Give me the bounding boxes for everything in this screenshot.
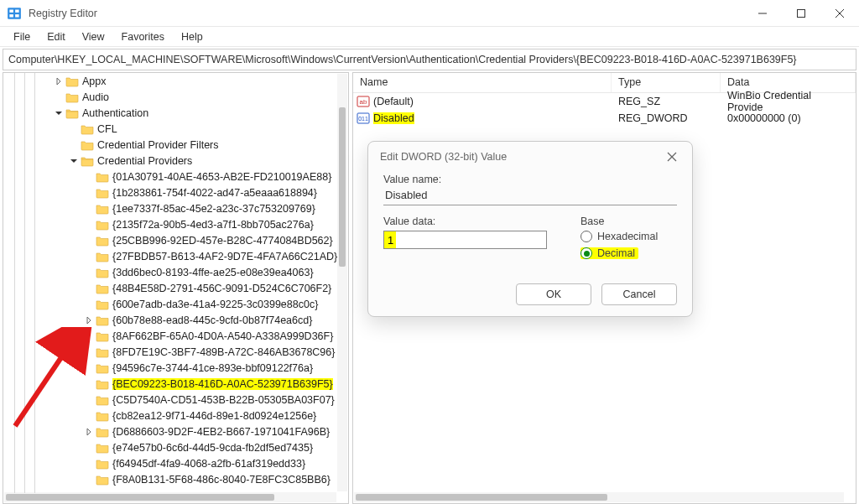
value-data: 0x00000000 (0)	[721, 112, 856, 124]
cancel-button[interactable]: Cancel	[601, 283, 677, 305]
folder-icon	[96, 282, 109, 295]
tree-item[interactable]: CFL	[3, 121, 348, 137]
tree-item[interactable]: Audio	[3, 89, 348, 105]
ok-button[interactable]: OK	[516, 283, 591, 305]
folder-icon	[96, 377, 109, 391]
tree-item-label: Appx	[82, 75, 107, 87]
tree-item-label: {94596c7e-3744-41ce-893e-bbf09122f76a}	[112, 362, 313, 374]
base-label: Base	[580, 216, 677, 227]
tree-item-label: {e74e57b0-6c6d-44d5-9cda-fb2df5ed7435}	[112, 442, 313, 454]
tree-item[interactable]: {8FD7E19C-3BF7-489B-A72C-846AB3678C96}	[3, 344, 348, 360]
dialog-close-button[interactable]	[664, 148, 680, 165]
tree-scrollbar-horizontal[interactable]	[4, 492, 336, 502]
menu-bar: File Edit View Favorites Help	[0, 27, 859, 47]
folder-icon	[65, 107, 79, 120]
tree-item-label: {C5D7540A-CD51-453B-B22B-05305BA03F07}	[112, 394, 335, 406]
folder-icon	[96, 170, 109, 184]
folder-icon	[65, 75, 79, 88]
tree-item[interactable]: Credential Provider Filters	[3, 137, 348, 153]
tree-item[interactable]: {e74e57b0-6c6d-44d5-9cda-fb2df5ed7435}	[3, 439, 348, 455]
tree-item-label: {25CBB996-92ED-457e-B28C-4774084BD562}	[112, 235, 333, 247]
tree-item-label: {48B4E58D-2791-456C-9091-D524C6C706F2}	[112, 283, 331, 294]
tree-item[interactable]: {f64945df-4fa9-4068-a2fb-61af319edd33}	[3, 455, 348, 471]
folder-icon	[96, 425, 109, 439]
minimize-button[interactable]	[743, 0, 782, 27]
value-row[interactable]: ab(Default)REG_SZWinBio Credential Provi…	[353, 93, 856, 110]
tree-item[interactable]: {25CBB996-92ED-457e-B28C-4774084BD562}	[3, 232, 348, 248]
tree-item-label: {1b283861-754f-4022-ad47-a5eaaa618894}	[112, 187, 317, 199]
address-bar[interactable]: Computer\HKEY_LOCAL_MACHINE\SOFTWARE\Mic…	[3, 49, 856, 70]
tree-item[interactable]: {2135f72a-90b5-4ed3-a7f1-8bb705ac276a}	[3, 216, 348, 232]
tree-item-label: {F8A0B131-5F68-486c-8040-7E8FC3C85BB6}	[112, 474, 331, 486]
folder-icon	[96, 409, 109, 423]
menu-help[interactable]: Help	[173, 29, 211, 45]
edit-dword-dialog: Edit DWORD (32-bit) Value Value name: Di…	[367, 141, 693, 317]
menu-favorites[interactable]: Favorites	[113, 29, 173, 45]
dialog-title: Edit DWORD (32-bit) Value	[380, 151, 664, 163]
value-data: WinBio Credential Provide	[721, 90, 856, 113]
chevron-down-icon[interactable]	[52, 110, 65, 117]
folder-icon	[96, 218, 109, 231]
tree-item[interactable]: {48B4E58D-2791-456C-9091-D524C6C706F2}	[3, 280, 348, 296]
tree-item-label: {3dd6bec0-8193-4ffe-ae25-e08e39ea4063}	[112, 267, 314, 278]
tree-item[interactable]: {1ee7337f-85ac-45e2-a23c-37c753209769}	[3, 200, 348, 216]
title-bar: Registry Editor	[0, 0, 859, 27]
col-header-name[interactable]: Name	[353, 73, 612, 92]
tree-item-selected[interactable]: {BEC09223-B018-416D-A0AC-523971B639F5}	[3, 376, 348, 392]
value-name: (Default)	[373, 96, 414, 107]
folder-icon	[96, 314, 109, 327]
value-name-field[interactable]: Disabled	[383, 189, 677, 205]
chevron-right-icon[interactable]	[82, 317, 96, 324]
menu-view[interactable]: View	[74, 29, 113, 45]
tree-item-label: {600e7adb-da3e-41a4-9225-3c0399e88c0c}	[112, 299, 318, 310]
tree-item[interactable]: {3dd6bec0-8193-4ffe-ae25-e08e39ea4063}	[3, 264, 348, 280]
value-type: REG_SZ	[612, 96, 721, 107]
close-button[interactable]	[820, 0, 859, 27]
radio-hexadecimal[interactable]: Hexadecimal	[580, 231, 677, 242]
menu-edit[interactable]: Edit	[39, 29, 74, 45]
svg-rect-4	[15, 14, 19, 17]
tree-item[interactable]: Authentication	[3, 105, 348, 121]
tree-item[interactable]: {600e7adb-da3e-41a4-9225-3c0399e88c0c}	[3, 296, 348, 312]
col-header-type[interactable]: Type	[612, 73, 721, 92]
menu-file[interactable]: File	[5, 29, 39, 45]
value-row[interactable]: 011DisabledREG_DWORD0x00000000 (0)	[353, 110, 856, 127]
folder-icon	[96, 234, 109, 247]
app-icon	[7, 6, 22, 21]
chevron-down-icon[interactable]	[67, 158, 81, 164]
maximize-button[interactable]	[782, 0, 820, 27]
value-name: Disabled	[373, 112, 414, 124]
tree-item[interactable]: {94596c7e-3744-41ce-893e-bbf09122f76a}	[3, 360, 348, 376]
folder-icon	[81, 122, 94, 136]
window-title: Registry Editor	[29, 8, 743, 19]
tree-item-label: {cb82ea12-9f71-446d-89e1-8d0924e1256e}	[112, 410, 316, 422]
tree-item[interactable]: {8AF662BF-65A0-4D0A-A540-A338A999D36F}	[3, 328, 348, 344]
folder-icon	[96, 393, 109, 407]
tree-item[interactable]: {F8A0B131-5F68-486c-8040-7E8FC3C85BB6}	[3, 471, 348, 487]
folder-icon	[96, 186, 109, 200]
tree-item[interactable]: {01A30791-40AE-4653-AB2E-FD210019AE88}	[3, 169, 348, 184]
tree-item-label: {D6886603-9D2F-4EB2-B667-1971041FA96B}	[112, 426, 330, 438]
tree-item[interactable]: {60b78e88-ead8-445c-9cfd-0b87f74ea6cd}	[3, 312, 348, 328]
value-data-input[interactable]	[383, 231, 547, 249]
svg-rect-6	[798, 9, 805, 17]
tree-item[interactable]: {27FBDB57-B613-4AF2-9D7E-4FA7A66C21AD}	[3, 248, 348, 264]
chevron-right-icon[interactable]	[82, 429, 96, 435]
tree-item-label: {01A30791-40AE-4653-AB2E-FD210019AE88}	[112, 171, 331, 183]
chevron-right-icon[interactable]	[52, 78, 65, 85]
tree-item[interactable]: {C5D7540A-CD51-453B-B22B-05305BA03F07}	[3, 392, 348, 408]
radio-decimal[interactable]: Decimal	[580, 247, 638, 259]
svg-rect-2	[15, 9, 19, 12]
values-scrollbar-horizontal[interactable]	[354, 492, 844, 502]
tree-item[interactable]: Appx	[3, 73, 348, 89]
radio-circle-checked-icon	[580, 247, 592, 259]
folder-icon	[96, 441, 109, 455]
tree-item-label: Audio	[82, 91, 109, 103]
tree-item[interactable]: {1b283861-754f-4022-ad47-a5eaaa618894}	[3, 184, 348, 200]
tree-item[interactable]: {D6886603-9D2F-4EB2-B667-1971041FA96B}	[3, 423, 348, 439]
tree-item[interactable]: {cb82ea12-9f71-446d-89e1-8d0924e1256e}	[3, 408, 348, 423]
tree-scrollbar-vertical[interactable]	[337, 74, 347, 491]
tree-item-label: {BEC09223-B018-416D-A0AC-523971B639F5}	[112, 378, 333, 390]
tree-item[interactable]: Credential Providers	[3, 153, 348, 169]
binary-value-icon: 011	[357, 112, 370, 125]
